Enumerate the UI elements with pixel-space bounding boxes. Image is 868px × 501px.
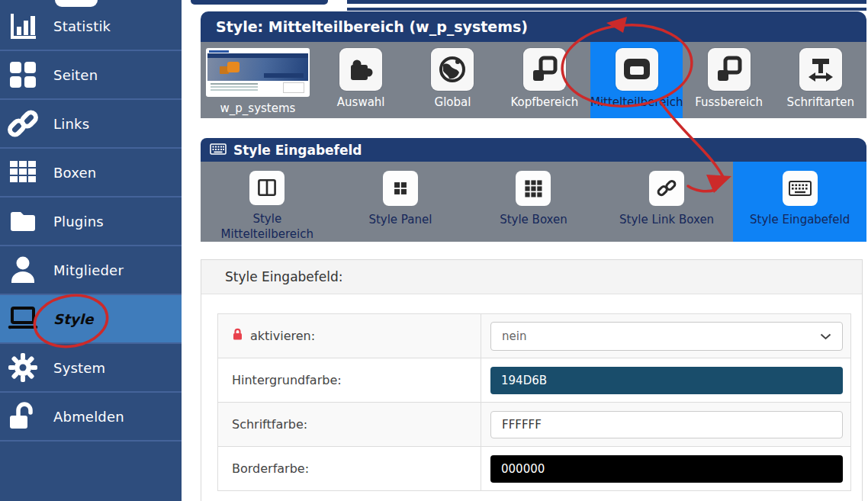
tab-style-panel[interactable]: Style Panel bbox=[334, 162, 468, 242]
eingabefeld-panel-header: Style Eingabefeld bbox=[201, 138, 866, 162]
sidebar-item-label: Mitglieder bbox=[53, 262, 124, 278]
form-row-schriftfarbe: Schriftfarbe: bbox=[218, 403, 851, 447]
sidebar-item-label: Boxen bbox=[53, 165, 96, 181]
form-row-borderfarbe: Borderfarbe: bbox=[218, 447, 851, 491]
bar-chart-icon bbox=[6, 11, 40, 41]
toolbar-item-mittelteilbereich[interactable]: Mittelteilbereich bbox=[590, 42, 683, 118]
overlap-squares-icon bbox=[523, 48, 566, 91]
chain-link-icon bbox=[6, 108, 40, 139]
overlap-squares-icon bbox=[708, 48, 751, 91]
form-row-hintergrundfarbe: Hintergrundfarbe: bbox=[218, 358, 851, 403]
sidebar-item-statistik[interactable]: Statistik bbox=[0, 2, 182, 51]
toolbar-item-auswahl[interactable]: Auswahl bbox=[315, 42, 407, 118]
laptop-icon bbox=[6, 303, 40, 334]
top-strip-right bbox=[347, 0, 866, 4]
grid-2x2-icon bbox=[383, 171, 418, 206]
app-root: Statistik Seiten Links Boxen bbox=[0, 0, 868, 501]
eingabefeld-panel: Style Eingabefeld Style Mittelteilbereic… bbox=[201, 138, 866, 242]
folder-icon bbox=[6, 206, 40, 236]
sidebar-item-label: Abmelden bbox=[53, 409, 124, 425]
toolbar-item-kopfbereich[interactable]: Kopfbereich bbox=[499, 42, 590, 118]
tab-style-link-boxen[interactable]: Style Link Boxen bbox=[600, 162, 734, 242]
sidebar-item-seiten[interactable]: Seiten bbox=[0, 51, 182, 100]
style-panel-title: Style: Mittelteilbereich (w_p_systems) bbox=[201, 11, 866, 42]
toolbar-item-fussbereich[interactable]: Fussbereich bbox=[683, 42, 774, 118]
keyboard-icon bbox=[210, 143, 227, 158]
sidebar-item-boxen[interactable]: Boxen bbox=[0, 149, 182, 198]
form-row-aktivieren: aktivieren: nein bbox=[218, 314, 851, 358]
toolbar-item-label: w_p_systems bbox=[220, 101, 296, 115]
aktivieren-select[interactable]: nein bbox=[490, 322, 843, 351]
sidebar-item-label: Links bbox=[53, 116, 89, 132]
sidebar-menu: Statistik Seiten Links Boxen bbox=[0, 2, 182, 442]
borderfarbe-input[interactable] bbox=[490, 455, 843, 483]
style-panel: Style: Mittelteilbereich (w_p_systems) w… bbox=[201, 11, 866, 118]
sidebar-item-mitglieder[interactable]: Mitglieder bbox=[0, 246, 182, 295]
site-thumbnail bbox=[206, 48, 310, 97]
sidebar-item-abmelden[interactable]: Abmelden bbox=[0, 393, 182, 442]
grid-3x3-icon bbox=[516, 171, 551, 206]
toolbar-item-label: Schriftarten bbox=[787, 95, 854, 109]
sidebar-item-style[interactable]: Style bbox=[0, 295, 182, 344]
two-column-icon bbox=[249, 171, 285, 205]
sidebar-item-label: Seiten bbox=[53, 67, 98, 83]
globe-icon bbox=[431, 48, 474, 91]
person-icon bbox=[6, 255, 40, 285]
lock-icon bbox=[232, 328, 243, 344]
tab-label: Style Eingabefeld bbox=[750, 212, 850, 227]
toolbar-item-label: Kopfbereich bbox=[510, 95, 578, 109]
schriftfarbe-input[interactable] bbox=[490, 411, 843, 438]
grid-2x2-icon bbox=[6, 59, 40, 90]
toolbar-item-label: Auswahl bbox=[337, 95, 385, 109]
toolbar-item-w-p-systems[interactable]: w_p_systems bbox=[201, 42, 315, 118]
toolbar-item-label: Fussbereich bbox=[695, 95, 763, 109]
unlock-icon bbox=[6, 401, 40, 432]
sidebar-item-plugins[interactable]: Plugins bbox=[0, 198, 182, 246]
top-strip-left bbox=[191, 0, 328, 5]
tab-style-eingabefeld[interactable]: Style Eingabefeld bbox=[733, 162, 866, 242]
sidebar-item-system[interactable]: System bbox=[0, 344, 182, 393]
window-icon bbox=[616, 48, 658, 91]
toolbar-item-global[interactable]: Global bbox=[407, 42, 498, 118]
sidebar-item-label: Statistik bbox=[53, 18, 111, 34]
tab-label: Style Mittelteilbereich bbox=[210, 211, 324, 242]
toolbar-item-label: Global bbox=[435, 95, 471, 109]
gear-icon bbox=[6, 352, 40, 383]
chain-link-icon bbox=[649, 171, 684, 206]
sidebar-item-label: Style bbox=[53, 311, 94, 327]
eingabefeld-tabrow: Style Mittelteilbereich Style Panel Styl… bbox=[201, 162, 866, 242]
sidebar-item-label: Plugins bbox=[53, 214, 104, 230]
table-grid-icon bbox=[6, 157, 40, 188]
sidebar-item-links[interactable]: Links bbox=[0, 100, 182, 149]
eingabefeld-form-panel: Style Eingabefeld: aktivieren: nein bbox=[201, 259, 863, 501]
sidebar-item-label: System bbox=[53, 360, 105, 376]
toolbar-item-label: Mittelteilbereich bbox=[590, 95, 683, 109]
tab-style-boxen[interactable]: Style Boxen bbox=[467, 162, 600, 242]
form-row-label: Hintergrundfarbe: bbox=[232, 373, 342, 387]
aktivieren-select-value: nein bbox=[502, 329, 526, 343]
tab-label: Style Panel bbox=[368, 212, 432, 227]
eingabefeld-panel-title: Style Eingabefeld bbox=[233, 143, 362, 158]
text-width-icon bbox=[799, 48, 842, 91]
form-row-label: Borderfarbe: bbox=[232, 461, 309, 476]
style-toolbar: w_p_systems Auswahl Global Kopfbereich bbox=[201, 42, 866, 118]
chevron-down-icon bbox=[820, 329, 831, 343]
puzzle-icon bbox=[339, 48, 382, 91]
toolbar-item-schriftarten[interactable]: Schriftarten bbox=[775, 42, 866, 118]
sidebar: Statistik Seiten Links Boxen bbox=[0, 0, 182, 501]
form-title: Style Eingabefeld: bbox=[201, 260, 862, 294]
keyboard-icon bbox=[783, 171, 818, 206]
tab-style-mittelteilbereich[interactable]: Style Mittelteilbereich bbox=[201, 162, 334, 242]
hintergrundfarbe-input[interactable] bbox=[490, 367, 843, 394]
style-form-table: aktivieren: nein Hintergrundfarbe: bbox=[217, 313, 851, 491]
tab-label: Style Link Boxen bbox=[619, 212, 714, 227]
top-strip-right-lower bbox=[347, 8, 866, 11]
form-row-label: Schriftfarbe: bbox=[232, 417, 307, 432]
form-row-label: aktivieren: bbox=[250, 329, 315, 343]
tab-label: Style Boxen bbox=[500, 212, 567, 227]
